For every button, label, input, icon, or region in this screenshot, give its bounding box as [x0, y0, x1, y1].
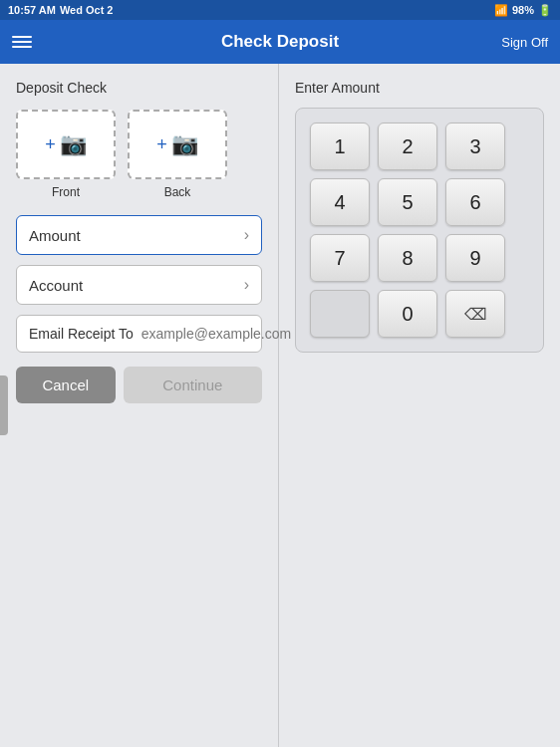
- key-4[interactable]: 4: [310, 178, 370, 226]
- date-display: Wed Oct 2: [60, 4, 114, 16]
- back-camera-icon: 📷: [171, 131, 198, 157]
- sign-off-button[interactable]: Sign Off: [501, 35, 548, 50]
- header: Check Deposit Sign Off: [0, 20, 560, 64]
- numpad-row-3: 7 8 9: [310, 234, 529, 282]
- wifi-icon: 📶: [494, 4, 508, 17]
- key-1[interactable]: 1: [310, 123, 370, 170]
- battery-icon: 🔋: [538, 4, 552, 17]
- key-8[interactable]: 8: [378, 234, 437, 282]
- status-bar: 10:57 AM Wed Oct 2 📶 98% 🔋: [0, 0, 560, 20]
- main-content: Deposit Check + 📷 Front + 📷 Back: [0, 64, 560, 747]
- back-label: Back: [164, 185, 191, 199]
- check-images-row: + 📷 Front + 📷 Back: [16, 110, 262, 199]
- numpad-row-4: 0 ⌫: [310, 290, 529, 338]
- amount-field[interactable]: Amount ›: [16, 215, 262, 255]
- action-buttons: Cancel Continue: [16, 367, 262, 403]
- key-backspace[interactable]: ⌫: [445, 290, 505, 338]
- time-display: 10:57 AM: [8, 4, 56, 16]
- status-bar-left: 10:57 AM Wed Oct 2: [8, 4, 113, 16]
- key-7[interactable]: 7: [310, 234, 370, 282]
- back-image-button[interactable]: + 📷: [128, 110, 227, 179]
- email-label: Email Receipt To: [29, 326, 134, 342]
- cancel-button[interactable]: Cancel: [16, 367, 116, 403]
- email-row: Email Receipt To: [16, 315, 262, 353]
- key-3[interactable]: 3: [445, 123, 505, 170]
- enter-amount-title: Enter Amount: [295, 80, 544, 96]
- key-5[interactable]: 5: [378, 178, 437, 226]
- edge-handle: [0, 375, 8, 435]
- key-6[interactable]: 6: [445, 178, 505, 226]
- front-image-button[interactable]: + 📷: [16, 110, 116, 179]
- front-camera-icon: 📷: [60, 131, 87, 157]
- left-panel: Deposit Check + 📷 Front + 📷 Back: [0, 64, 279, 747]
- key-empty: [310, 290, 370, 338]
- back-image-container: + 📷 Back: [128, 110, 227, 199]
- front-label: Front: [52, 185, 80, 199]
- key-2[interactable]: 2: [378, 123, 437, 170]
- page-title: Check Deposit: [221, 32, 339, 52]
- deposit-check-title: Deposit Check: [16, 80, 262, 96]
- continue-button[interactable]: Continue: [124, 367, 262, 403]
- front-image-container: + 📷 Front: [16, 110, 116, 199]
- menu-button[interactable]: [12, 36, 32, 48]
- numpad: 1 2 3 4 5 6 7 8 9: [295, 108, 544, 353]
- front-plus-icon: +: [45, 134, 56, 155]
- amount-label: Amount: [29, 227, 81, 244]
- numpad-row-1: 1 2 3: [310, 123, 529, 170]
- back-plus-icon: +: [156, 134, 167, 155]
- status-bar-right: 📶 98% 🔋: [494, 4, 552, 17]
- email-input[interactable]: [141, 326, 316, 342]
- account-label: Account: [29, 277, 83, 294]
- key-0[interactable]: 0: [378, 290, 437, 338]
- key-9[interactable]: 9: [445, 234, 505, 282]
- amount-chevron-icon: ›: [244, 226, 249, 244]
- account-chevron-icon: ›: [244, 276, 249, 294]
- numpad-row-2: 4 5 6: [310, 178, 529, 226]
- right-panel: Enter Amount 1 2 3 4 5 6 7 8 9: [279, 64, 560, 747]
- account-field[interactable]: Account ›: [16, 265, 262, 305]
- battery-display: 98%: [512, 4, 534, 16]
